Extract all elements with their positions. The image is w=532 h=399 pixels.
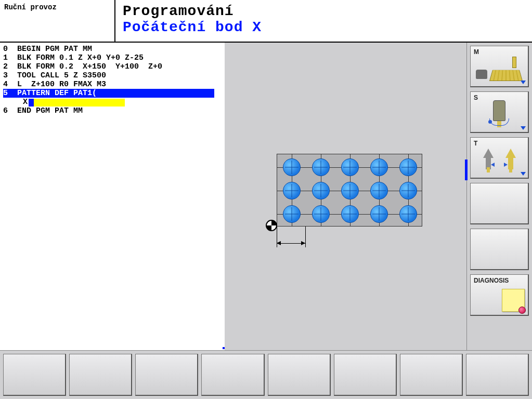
pattern-hole-icon xyxy=(283,182,301,200)
pattern-hole-icon xyxy=(312,205,330,223)
sidebar-label: DIAGNOSIS xyxy=(474,277,509,284)
pattern-hole-icon xyxy=(341,205,359,223)
header: Ruční provoz Programování Počáteční bod … xyxy=(0,0,532,43)
machine-icon xyxy=(475,59,524,82)
program-editor[interactable]: 0 BEGIN PGM PAT MM 1 BLK FORM 0.1 Z X+0 … xyxy=(0,43,225,350)
pattern-hole-icon xyxy=(370,158,388,176)
pattern-hole-icon xyxy=(312,158,330,176)
sidebar: M S T xyxy=(466,43,532,350)
softkey-bar xyxy=(0,350,532,399)
softkey-8[interactable] xyxy=(466,354,529,396)
softkey-1[interactable] xyxy=(3,354,66,396)
program-line[interactable]: 2 BLK FORM 0.2 X+150 Y+100 Z+0 xyxy=(3,62,222,71)
tool-change-icon xyxy=(477,145,522,172)
softkey-2[interactable] xyxy=(69,354,132,396)
page-subtitle: Počáteční bod X xyxy=(123,19,525,35)
chevron-down-icon xyxy=(521,126,526,130)
sidebar-m-button[interactable]: M xyxy=(470,46,529,87)
active-param-row[interactable]: X xyxy=(3,98,222,107)
sidebar-label: M xyxy=(474,48,479,56)
text-cursor xyxy=(29,99,34,107)
pattern-hole-icon xyxy=(399,182,417,200)
pattern-hole-icon xyxy=(399,205,417,223)
main: 0 BEGIN PGM PAT MM 1 BLK FORM 0.1 Z X+0 … xyxy=(0,43,532,350)
sidebar-t-button[interactable]: T xyxy=(470,137,529,179)
softkey-7[interactable] xyxy=(400,354,463,396)
pattern-hole-icon xyxy=(283,158,301,176)
pattern-hole-icon xyxy=(370,182,388,200)
program-line[interactable]: 0 BEGIN PGM PAT MM xyxy=(3,45,222,54)
pattern-hole-icon xyxy=(341,182,359,200)
sidebar-empty-button[interactable] xyxy=(470,183,529,224)
sidebar-empty-button[interactable] xyxy=(470,229,529,270)
chevron-down-icon xyxy=(521,81,526,84)
softkey-3[interactable] xyxy=(135,354,198,396)
chevron-down-icon xyxy=(521,172,526,176)
scroll-indicator[interactable] xyxy=(465,159,468,180)
pattern-hole-icon xyxy=(370,205,388,223)
program-line[interactable]: 4 L Z+100 R0 FMAX M3 xyxy=(3,80,222,89)
active-param-label: X xyxy=(22,98,29,107)
page-title: Programování xyxy=(123,3,525,19)
pin-icon xyxy=(518,307,526,314)
pattern-hole-icon xyxy=(312,182,330,200)
mode-label: Ruční provoz xyxy=(0,0,115,42)
spindle-icon xyxy=(483,98,515,128)
program-line[interactable]: 3 TOOL CALL 5 Z S3500 xyxy=(3,71,222,80)
sidebar-label: S xyxy=(474,94,478,101)
header-right: Programování Počáteční bod X xyxy=(115,0,532,42)
origin-icon xyxy=(266,220,277,231)
softkey-6[interactable] xyxy=(334,354,397,396)
pattern-preview-pane xyxy=(225,43,466,350)
pattern-hole-icon xyxy=(283,205,301,223)
program-line-selected[interactable]: 5 PATTERN DEF PAT1( xyxy=(3,89,214,98)
pattern-grid xyxy=(277,154,422,227)
program-line[interactable]: 6 END PGM PAT MM xyxy=(3,107,222,115)
active-param-field[interactable] xyxy=(34,99,125,107)
sidebar-s-button[interactable]: S xyxy=(470,91,529,133)
program-line[interactable]: 1 BLK FORM 0.1 Z X+0 Y+0 Z-25 xyxy=(3,54,222,62)
pattern-hole-icon xyxy=(341,158,359,176)
softkey-5[interactable] xyxy=(268,354,331,396)
pattern-hole-icon xyxy=(399,158,417,176)
softkey-4[interactable] xyxy=(201,354,264,396)
sidebar-diagnosis-button[interactable]: DIAGNOSIS xyxy=(470,274,529,316)
